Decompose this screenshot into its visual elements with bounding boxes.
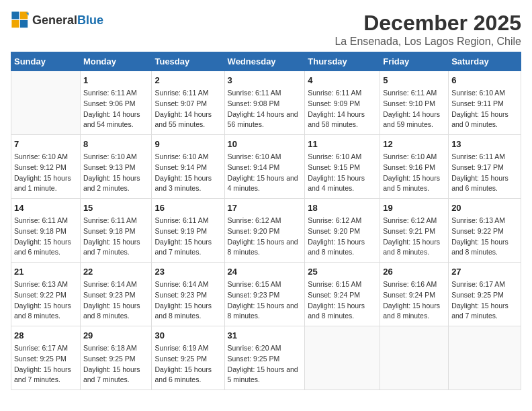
day-number: 4 bbox=[308, 75, 377, 85]
day-info: Sunrise: 6:11 AMSunset: 9:10 PMDaylight:… bbox=[383, 88, 445, 130]
sunrise-text: Sunrise: 6:11 AM bbox=[154, 216, 221, 226]
header-friday: Friday bbox=[380, 52, 449, 71]
header-tuesday: Tuesday bbox=[152, 52, 224, 71]
daylight-text: Daylight: 15 hours and 8 minutes. bbox=[308, 237, 377, 259]
sunrise-text: Sunrise: 6:10 AM bbox=[154, 152, 221, 163]
day-info: Sunrise: 6:11 AMSunset: 9:19 PMDaylight:… bbox=[154, 216, 221, 258]
day-number: 13 bbox=[451, 139, 518, 149]
daylight-text: Daylight: 15 hours and 8 minutes. bbox=[154, 301, 221, 322]
day-info: Sunrise: 6:13 AMSunset: 9:22 PMDaylight:… bbox=[451, 216, 518, 258]
day-cell bbox=[380, 326, 449, 390]
sunset-text: Sunset: 9:25 PM bbox=[14, 354, 77, 365]
day-number: 25 bbox=[308, 267, 377, 277]
day-cell: 28Sunrise: 6:17 AMSunset: 9:25 PMDayligh… bbox=[11, 326, 81, 390]
sunset-text: Sunset: 9:14 PM bbox=[154, 163, 221, 173]
day-cell: 13Sunrise: 6:11 AMSunset: 9:17 PMDayligh… bbox=[449, 135, 521, 199]
svg-rect-3 bbox=[20, 20, 28, 28]
day-cell: 15Sunrise: 6:11 AMSunset: 9:18 PMDayligh… bbox=[80, 199, 152, 263]
day-cell: 1Sunrise: 6:11 AMSunset: 9:06 PMDaylight… bbox=[80, 71, 152, 135]
day-number: 18 bbox=[308, 203, 377, 213]
daylight-text: Daylight: 15 hours and 7 minutes. bbox=[83, 365, 149, 386]
day-cell: 24Sunrise: 6:15 AMSunset: 9:23 PMDayligh… bbox=[224, 263, 305, 326]
day-number: 20 bbox=[451, 203, 518, 213]
sunset-text: Sunset: 9:11 PM bbox=[451, 99, 518, 109]
day-cell bbox=[449, 326, 521, 390]
day-cell: 29Sunrise: 6:18 AMSunset: 9:25 PMDayligh… bbox=[80, 326, 152, 390]
day-number: 12 bbox=[383, 139, 445, 149]
day-number: 15 bbox=[83, 203, 149, 213]
daylight-text: Daylight: 14 hours and 59 minutes. bbox=[383, 109, 445, 131]
week-row-5: 28Sunrise: 6:17 AMSunset: 9:25 PMDayligh… bbox=[11, 326, 521, 390]
sunset-text: Sunset: 9:08 PM bbox=[228, 99, 302, 109]
day-number: 5 bbox=[383, 75, 445, 85]
header-thursday: Thursday bbox=[305, 52, 380, 71]
day-number: 11 bbox=[308, 139, 377, 149]
day-number: 31 bbox=[228, 330, 302, 340]
day-cell: 22Sunrise: 6:14 AMSunset: 9:23 PMDayligh… bbox=[80, 263, 152, 326]
day-info: Sunrise: 6:11 AMSunset: 9:08 PMDaylight:… bbox=[228, 88, 302, 130]
day-number: 27 bbox=[451, 267, 518, 277]
day-number: 10 bbox=[228, 139, 302, 149]
sunset-text: Sunset: 9:19 PM bbox=[154, 226, 221, 237]
daylight-text: Daylight: 15 hours and 8 minutes. bbox=[308, 301, 377, 322]
day-cell: 18Sunrise: 6:12 AMSunset: 9:20 PMDayligh… bbox=[305, 199, 380, 263]
day-number: 24 bbox=[228, 267, 302, 277]
sunrise-text: Sunrise: 6:10 AM bbox=[14, 152, 77, 163]
sunrise-text: Sunrise: 6:11 AM bbox=[154, 88, 221, 99]
header-monday: Monday bbox=[80, 52, 152, 71]
sunrise-text: Sunrise: 6:10 AM bbox=[383, 152, 445, 163]
sunset-text: Sunset: 9:13 PM bbox=[83, 163, 149, 173]
daylight-text: Daylight: 15 hours and 7 minutes. bbox=[154, 237, 221, 259]
day-number: 7 bbox=[14, 139, 77, 149]
daylight-text: Daylight: 15 hours and 8 minutes. bbox=[228, 237, 302, 259]
day-cell: 26Sunrise: 6:16 AMSunset: 9:24 PMDayligh… bbox=[380, 263, 449, 326]
daylight-text: Daylight: 15 hours and 5 minutes. bbox=[228, 365, 302, 386]
daylight-text: Daylight: 14 hours and 54 minutes. bbox=[83, 109, 149, 131]
day-cell: 4Sunrise: 6:11 AMSunset: 9:09 PMDaylight… bbox=[305, 71, 380, 135]
sunset-text: Sunset: 9:15 PM bbox=[308, 163, 377, 173]
day-number: 2 bbox=[154, 75, 221, 85]
sunrise-text: Sunrise: 6:11 AM bbox=[83, 88, 149, 99]
sunrise-text: Sunrise: 6:16 AM bbox=[383, 279, 445, 290]
daylight-text: Daylight: 15 hours and 2 minutes. bbox=[83, 173, 149, 195]
header-wednesday: Wednesday bbox=[224, 52, 305, 71]
day-cell: 20Sunrise: 6:13 AMSunset: 9:22 PMDayligh… bbox=[449, 199, 521, 263]
sunset-text: Sunset: 9:23 PM bbox=[83, 290, 149, 301]
sunrise-text: Sunrise: 6:11 AM bbox=[383, 88, 445, 99]
day-cell: 2Sunrise: 6:11 AMSunset: 9:07 PMDaylight… bbox=[152, 71, 224, 135]
day-number: 22 bbox=[83, 267, 149, 277]
day-number: 1 bbox=[83, 75, 149, 85]
day-cell: 7Sunrise: 6:10 AMSunset: 9:12 PMDaylight… bbox=[11, 135, 81, 199]
day-info: Sunrise: 6:11 AMSunset: 9:06 PMDaylight:… bbox=[83, 88, 149, 130]
day-cell: 17Sunrise: 6:12 AMSunset: 9:20 PMDayligh… bbox=[224, 199, 305, 263]
day-info: Sunrise: 6:11 AMSunset: 9:07 PMDaylight:… bbox=[154, 88, 221, 130]
sunset-text: Sunset: 9:10 PM bbox=[383, 99, 445, 109]
calendar-table: SundayMondayTuesdayWednesdayThursdayFrid… bbox=[11, 52, 521, 390]
day-info: Sunrise: 6:17 AMSunset: 9:25 PMDaylight:… bbox=[14, 343, 77, 385]
sunset-text: Sunset: 9:12 PM bbox=[14, 163, 77, 173]
title-area: December 2025 La Ensenada, Los Lagos Reg… bbox=[335, 11, 521, 48]
sunrise-text: Sunrise: 6:11 AM bbox=[83, 216, 149, 226]
sunset-text: Sunset: 9:25 PM bbox=[154, 354, 221, 365]
day-cell: 10Sunrise: 6:10 AMSunset: 9:14 PMDayligh… bbox=[224, 135, 305, 199]
sunset-text: Sunset: 9:06 PM bbox=[83, 99, 149, 109]
day-cell: 21Sunrise: 6:13 AMSunset: 9:22 PMDayligh… bbox=[11, 263, 81, 326]
sunrise-text: Sunrise: 6:14 AM bbox=[154, 279, 221, 290]
day-number: 17 bbox=[228, 203, 302, 213]
daylight-text: Daylight: 15 hours and 7 minutes. bbox=[83, 237, 149, 259]
daylight-text: Daylight: 15 hours and 6 minutes. bbox=[154, 365, 221, 386]
day-number: 26 bbox=[383, 267, 445, 277]
week-row-4: 21Sunrise: 6:13 AMSunset: 9:22 PMDayligh… bbox=[11, 263, 521, 326]
day-number: 30 bbox=[154, 330, 221, 340]
day-cell: 5Sunrise: 6:11 AMSunset: 9:10 PMDaylight… bbox=[380, 71, 449, 135]
daylight-text: Daylight: 15 hours and 8 minutes. bbox=[228, 301, 302, 322]
day-cell: 3Sunrise: 6:11 AMSunset: 9:08 PMDaylight… bbox=[224, 71, 305, 135]
day-info: Sunrise: 6:15 AMSunset: 9:24 PMDaylight:… bbox=[308, 279, 377, 322]
day-cell: 23Sunrise: 6:14 AMSunset: 9:23 PMDayligh… bbox=[152, 263, 224, 326]
day-info: Sunrise: 6:17 AMSunset: 9:25 PMDaylight:… bbox=[451, 279, 518, 322]
sunrise-text: Sunrise: 6:20 AM bbox=[228, 343, 302, 354]
day-info: Sunrise: 6:18 AMSunset: 9:25 PMDaylight:… bbox=[83, 343, 149, 385]
main-title: December 2025 bbox=[335, 11, 521, 36]
sunrise-text: Sunrise: 6:10 AM bbox=[308, 152, 377, 163]
day-info: Sunrise: 6:14 AMSunset: 9:23 PMDaylight:… bbox=[83, 279, 149, 322]
